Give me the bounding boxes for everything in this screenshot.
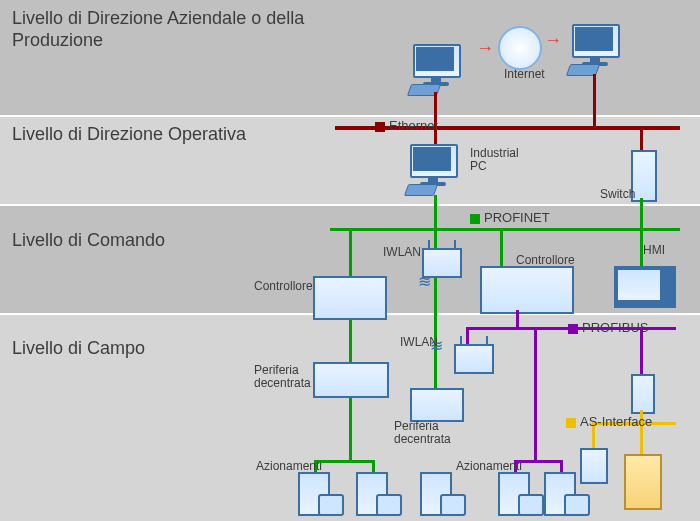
periferia-label: Periferia decentrata [254,364,311,390]
profibus-label: PROFIBUS [568,320,648,335]
profinet-label: PROFINET [470,210,550,225]
controller-icon [313,276,387,320]
iwlan-label: IWLAN [383,246,421,259]
ethernet-drop [593,74,596,127]
periferia-icon [410,388,464,422]
profibus-drop [534,327,537,460]
ethernet-label: Ethernet [375,118,438,133]
divider [0,204,700,206]
azionamenti-label: Azionamenti [456,460,522,473]
iwlan-icon [454,344,494,374]
ethernet-text: Ethernet [389,118,438,133]
profibus-drop [516,310,519,327]
profinet-drop [349,228,352,460]
ethernet-drop [640,128,643,150]
hmi-icon [614,266,672,310]
profibus-drop [466,327,469,345]
internet-label: Internet [504,68,545,81]
pc-icon [413,44,467,90]
periferia-label: Periferia decentrata [394,420,451,446]
pc-icon [572,24,626,70]
drive-icon [498,472,534,512]
arrow-icon: → [544,30,562,51]
iwlan-label: IWLAN [400,336,438,349]
profinet-drop [500,228,503,270]
hmi-label: HMI [643,244,665,257]
industrial-pc-label: Industrial PC [470,147,519,173]
profinet-text: PROFINET [484,210,550,225]
asi-text: AS-Interface [580,414,652,429]
controller-icon [480,266,574,314]
arrow-icon: → [476,38,494,59]
layer-title-control: Livello di Comando [12,230,165,252]
drive-icon [544,472,580,512]
profinet-bus [330,228,680,231]
asi-device-icon [580,448,608,484]
globe-icon [498,26,542,70]
drive-icon [420,472,456,512]
layer-title-management: Livello di Direzione Aziendale o della P… [12,8,312,51]
industrial-pc-icon [410,144,464,190]
profibus-device-icon [631,374,655,414]
controller-label: Controllore [254,280,313,293]
drive-icon [356,472,392,512]
profinet-drop [434,195,437,228]
asi-device-icon [624,454,662,510]
azionamenti-label: Azionamenti [256,460,322,473]
periferia-icon [313,362,389,398]
switch-label: Switch [600,188,635,201]
layer-title-field: Livello di Campo [12,338,145,360]
wireless-icon: ≋ [418,272,431,291]
profinet-drop [640,198,643,228]
controller-label: Controllore [516,254,575,267]
asi-label: AS-Interface [566,414,652,429]
layer-title-operations: Livello di Direzione Operativa [12,124,246,146]
profibus-text: PROFIBUS [582,320,648,335]
drive-icon [298,472,334,512]
profinet-branch [314,460,374,463]
